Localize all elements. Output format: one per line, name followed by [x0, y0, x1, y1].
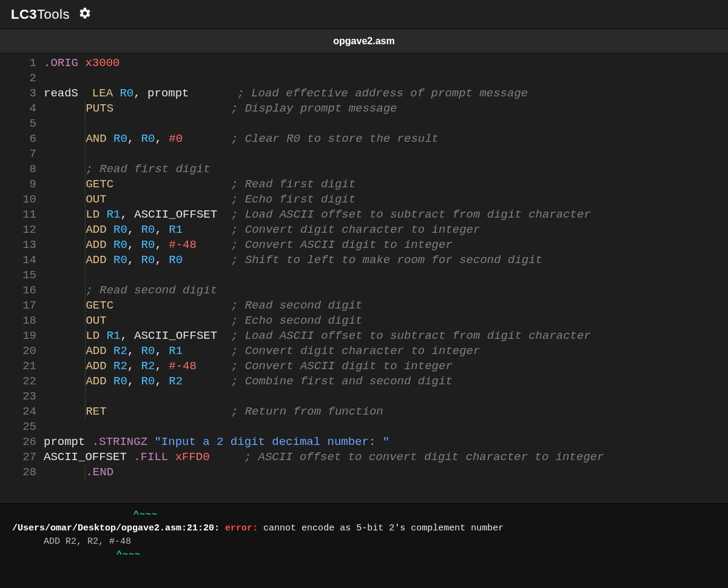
- code-line[interactable]: ; Read second digit: [44, 283, 728, 298]
- line-number: 9: [0, 177, 36, 192]
- code-line[interactable]: [44, 147, 728, 162]
- code-line[interactable]: ADD R2, R2, #-48 ; Convert ASCII digit t…: [44, 359, 728, 374]
- line-number: 19: [0, 329, 36, 344]
- code-line[interactable]: readS LEA R0, prompt ; Load effective ad…: [44, 86, 728, 101]
- code-area[interactable]: .ORIG x3000readS LEA R0, prompt ; Load e…: [44, 56, 728, 503]
- line-number: 22: [0, 374, 36, 389]
- line-number: 27: [0, 450, 36, 465]
- code-line[interactable]: .ORIG x3000: [44, 56, 728, 71]
- console-error-label: error:: [225, 523, 258, 533]
- output-console: ^~~~ /Users/omar/Desktop/opgave2.asm:21:…: [0, 503, 728, 588]
- console-detail: ADD R2, R2, #-48: [12, 535, 716, 549]
- code-line[interactable]: RET ; Return from function: [44, 404, 728, 419]
- line-number: 10: [0, 192, 36, 207]
- line-number: 11: [0, 207, 36, 222]
- code-line[interactable]: [44, 419, 728, 435]
- console-message: cannot encode as 5-bit 2's complement nu…: [263, 523, 504, 533]
- line-number: 24: [0, 404, 36, 419]
- code-line[interactable]: ADD R2, R0, R1 ; Convert digit character…: [44, 344, 728, 359]
- line-number: 21: [0, 359, 36, 374]
- line-number: 14: [0, 253, 36, 268]
- editor-pane: 1234567891011121314151617181920212223242…: [0, 53, 728, 503]
- code-editor[interactable]: 1234567891011121314151617181920212223242…: [0, 53, 728, 503]
- code-line[interactable]: ; Read first digit: [44, 162, 728, 177]
- line-number: 13: [0, 238, 36, 253]
- app-title-bold: LC3: [11, 7, 37, 22]
- indent-guide: [85, 147, 86, 162]
- console-wave-top: ^~~~: [133, 510, 158, 520]
- code-line[interactable]: OUT ; Echo second digit: [44, 313, 728, 329]
- code-line[interactable]: LD R1, ASCII_OFFSET ; Load ASCII offset …: [44, 329, 728, 344]
- line-number: 28: [0, 465, 36, 480]
- indent-guide: [85, 389, 86, 404]
- app-title-thin: Tools: [37, 7, 70, 22]
- line-number: 20: [0, 344, 36, 359]
- tabstrip: opgave2.asm: [0, 29, 728, 53]
- gear-icon: [78, 7, 92, 22]
- line-gutter: 1234567891011121314151617181920212223242…: [0, 56, 44, 503]
- settings-button[interactable]: [77, 7, 93, 22]
- line-number: 12: [0, 222, 36, 238]
- code-line[interactable]: PUTS ; Display prompt message: [44, 101, 728, 116]
- code-line[interactable]: ADD R0, R0, R0 ; Shift to left to make r…: [44, 253, 728, 268]
- line-number: 6: [0, 132, 36, 147]
- console-path: /Users/omar/Desktop/opgave2.asm:21:20:: [12, 523, 220, 533]
- code-line[interactable]: [44, 116, 728, 132]
- code-line[interactable]: ADD R0, R0, R1 ; Convert digit character…: [44, 222, 728, 238]
- line-number: 17: [0, 298, 36, 313]
- app-title: LC3Tools: [11, 7, 70, 22]
- line-number: 1: [0, 56, 36, 71]
- line-number: 7: [0, 147, 36, 162]
- code-line[interactable]: ASCII_OFFSET .FILL xFFD0 ; ASCII offset …: [44, 450, 728, 465]
- code-line[interactable]: OUT ; Echo first digit: [44, 192, 728, 207]
- code-line[interactable]: ADD R0, R0, R2 ; Combine first and secon…: [44, 374, 728, 389]
- line-number: 3: [0, 86, 36, 101]
- line-number: 5: [0, 116, 36, 132]
- code-line[interactable]: prompt .STRINGZ "Input a 2 digit decimal…: [44, 435, 728, 450]
- code-line[interactable]: GETC ; Read second digit: [44, 298, 728, 313]
- console-error-line: /Users/omar/Desktop/opgave2.asm:21:20: e…: [12, 522, 716, 535]
- line-number: 15: [0, 268, 36, 283]
- tab-active[interactable]: opgave2.asm: [333, 36, 394, 47]
- code-line[interactable]: [44, 268, 728, 283]
- code-line[interactable]: [44, 389, 728, 404]
- line-number: 23: [0, 389, 36, 404]
- indent-guide: [85, 116, 86, 132]
- code-line[interactable]: LD R1, ASCII_OFFSET ; Load ASCII offset …: [44, 207, 728, 222]
- code-line[interactable]: .END: [44, 465, 728, 480]
- line-number: 25: [0, 419, 36, 435]
- code-line[interactable]: AND R0, R0, #0 ; Clear R0 to store the r…: [44, 132, 728, 147]
- line-number: 16: [0, 283, 36, 298]
- code-line[interactable]: [44, 71, 728, 86]
- line-number: 8: [0, 162, 36, 177]
- code-line[interactable]: GETC ; Read first digit: [44, 177, 728, 192]
- line-number: 26: [0, 435, 36, 450]
- line-number: 18: [0, 313, 36, 329]
- titlebar: LC3Tools: [0, 0, 728, 29]
- line-number: 4: [0, 101, 36, 116]
- indent-guide: [85, 268, 86, 283]
- console-caret: ^~~~: [116, 550, 141, 560]
- code-line[interactable]: ADD R0, R0, #-48 ; Convert ASCII digit t…: [44, 238, 728, 253]
- line-number: 2: [0, 71, 36, 86]
